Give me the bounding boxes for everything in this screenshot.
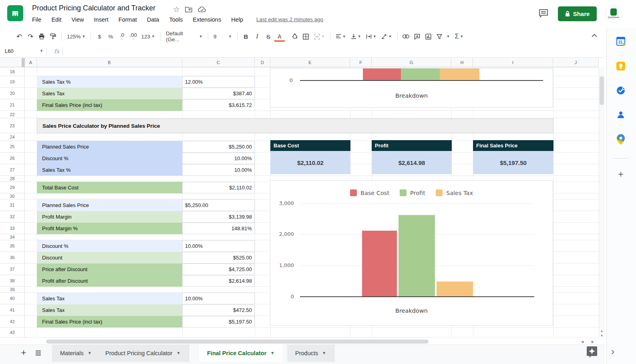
cell-C41[interactable]: $472.50 xyxy=(182,304,255,316)
maps-app-button[interactable] xyxy=(612,133,630,145)
cell-B37[interactable]: Price after Discount xyxy=(37,263,182,275)
insert-comment-button[interactable] xyxy=(412,31,423,42)
frozen-pane-handle[interactable] xyxy=(22,58,25,67)
vertical-align-button[interactable]: ▼ xyxy=(348,31,364,42)
cell-C27[interactable]: 10.00% xyxy=(182,164,255,176)
add-sheet-button[interactable]: + xyxy=(18,348,29,358)
cell-B29[interactable]: Total Base Cost xyxy=(37,182,182,193)
name-box[interactable]: L60▼ xyxy=(0,48,43,54)
scroll-down-button[interactable]: ▼ xyxy=(599,333,605,338)
row-header-18[interactable]: 18 xyxy=(0,67,25,76)
italic-button[interactable]: I xyxy=(252,31,263,42)
cell-C36[interactable]: $525.00 xyxy=(182,252,255,263)
row-header-20[interactable]: 20 xyxy=(0,88,25,99)
column-header-G[interactable]: G xyxy=(372,58,451,67)
cell-C19[interactable]: 12.00% xyxy=(182,76,255,88)
cell-C37[interactable]: $4,725.00 xyxy=(182,263,255,275)
cell-C38[interactable]: $2,614.98 xyxy=(182,275,255,287)
select-all-corner[interactable] xyxy=(0,58,25,67)
row-header-26[interactable]: 26 xyxy=(0,153,25,164)
cell-C26[interactable]: 10.00% xyxy=(182,153,255,164)
row-header-31[interactable]: 31 xyxy=(0,199,25,211)
menu-data[interactable]: Data xyxy=(147,16,159,23)
share-button[interactable]: Share xyxy=(558,6,597,21)
document-title[interactable]: Product Pricing Calculator and Tracker xyxy=(32,4,155,12)
font-select[interactable]: Default (Ge...▼ xyxy=(163,31,205,42)
cell-C25[interactable]: $5,250.00 xyxy=(182,141,255,153)
undo-button[interactable]: ↶ xyxy=(14,31,25,42)
account-avatar[interactable]: QuickSheets ──── xyxy=(605,5,622,23)
collapse-toolbar-button[interactable] xyxy=(591,32,598,39)
cell-B33[interactable]: Profit Margin % xyxy=(37,223,182,234)
cell-B20[interactable]: Sales Tax xyxy=(37,88,182,99)
cell-C42[interactable]: $5,197.50 xyxy=(182,316,255,328)
row-header-23[interactable]: 23 xyxy=(0,118,25,133)
vertical-scrollbar-thumb[interactable] xyxy=(600,76,604,105)
insert-link-button[interactable] xyxy=(401,31,412,42)
row-header-37[interactable]: 37 xyxy=(0,263,25,275)
cell-C33[interactable]: 148.81% xyxy=(182,223,255,234)
cell-B36[interactable]: Discount xyxy=(37,252,182,263)
row-header-35[interactable]: 35 xyxy=(0,240,25,252)
redo-button[interactable]: ↷ xyxy=(25,31,36,42)
row-header-24[interactable]: 24 xyxy=(0,133,25,141)
row-header-43[interactable]: 43 xyxy=(0,328,25,338)
tab-products[interactable]: Products▼ xyxy=(287,344,334,362)
row-header-33[interactable]: 33 xyxy=(0,223,25,234)
cell-C21[interactable]: $3,615.72 xyxy=(182,99,255,111)
font-size-select[interactable]: 9▼ xyxy=(211,31,234,42)
filter-button[interactable]: ▼ xyxy=(434,31,453,42)
currency-format-button[interactable]: $ xyxy=(94,31,105,42)
paint-format-button[interactable] xyxy=(47,31,58,42)
menu-view[interactable]: View xyxy=(71,16,84,23)
bold-button[interactable]: B xyxy=(240,31,252,42)
cell-section-header[interactable]: Sales Price Calculator by Planned Sales … xyxy=(37,119,553,133)
tab-product-pricing-calculator[interactable]: Product Pricing Calculator▼ xyxy=(97,344,189,362)
cell-B27[interactable]: Sales Tax % xyxy=(37,164,182,176)
scroll-right-button[interactable]: ▶ xyxy=(588,339,598,344)
kpi-card-final-sales-price[interactable]: Final Sales Price $5,197.50 xyxy=(473,140,553,174)
explore-button[interactable] xyxy=(586,346,598,358)
merge-cells-button[interactable]: ▼ xyxy=(312,31,327,42)
row-header-30[interactable]: 30 xyxy=(0,193,25,199)
breakdown-chart-main[interactable]: Base Cost Profit Sales Tax 3,000 2,000 1… xyxy=(270,180,553,326)
cell-C32[interactable]: $3,139.98 xyxy=(182,211,255,223)
row-header-41[interactable]: 41 xyxy=(0,304,25,316)
cell-B41[interactable]: Sales Tax xyxy=(37,304,182,316)
column-header-I[interactable]: I xyxy=(473,58,553,67)
menu-extensions[interactable]: Extensions xyxy=(193,16,221,23)
cell-C31[interactable]: $5,250.00 xyxy=(182,199,255,211)
cell-B40[interactable]: Sales Tax xyxy=(37,293,182,304)
cell-B42[interactable]: Final Sales Price (incl tax) xyxy=(37,316,182,328)
column-header-J[interactable]: J xyxy=(553,58,599,67)
menu-help[interactable]: Help xyxy=(231,16,243,23)
star-icon[interactable]: ☆ xyxy=(173,5,180,14)
cell-C20[interactable]: $387.40 xyxy=(182,88,255,99)
column-header-A[interactable]: A xyxy=(25,58,37,67)
row-header-34[interactable]: 34 xyxy=(0,234,25,240)
column-header-D[interactable]: D xyxy=(255,58,270,67)
cell-B38[interactable]: Profit after Discount xyxy=(37,275,182,287)
borders-button[interactable] xyxy=(300,31,312,42)
keep-app-button[interactable] xyxy=(612,60,630,72)
functions-button[interactable]: Σ▼ xyxy=(452,31,466,42)
percent-format-button[interactable]: % xyxy=(105,31,116,42)
last-edit-link[interactable]: Last edit was 2 minutes ago xyxy=(256,16,323,23)
row-header-25[interactable]: 25 xyxy=(0,141,25,153)
fill-color-button[interactable] xyxy=(289,31,300,42)
formula-input[interactable] xyxy=(63,45,605,57)
cell-C40[interactable]: 10.00% xyxy=(182,293,255,304)
tab-materials[interactable]: Materials▼ xyxy=(52,344,100,362)
cloud-saved-icon[interactable] xyxy=(198,6,206,13)
scroll-left-button[interactable]: ◀ xyxy=(578,339,587,344)
open-comments-button[interactable] xyxy=(538,8,549,20)
menu-format[interactable]: Format xyxy=(119,16,137,23)
horizontal-align-button[interactable]: ▼ xyxy=(333,31,348,42)
row-header-27[interactable]: 27 xyxy=(0,164,25,176)
tab-final-price-calculator[interactable]: Final Price Calculator▼ xyxy=(199,344,282,362)
all-sheets-button[interactable] xyxy=(33,348,43,358)
column-header-F[interactable]: F xyxy=(350,58,372,67)
sheets-logo[interactable] xyxy=(7,5,23,21)
row-header-40[interactable]: 40 xyxy=(0,293,25,304)
kpi-card-profit[interactable]: Profit $2,614.98 xyxy=(372,140,452,174)
